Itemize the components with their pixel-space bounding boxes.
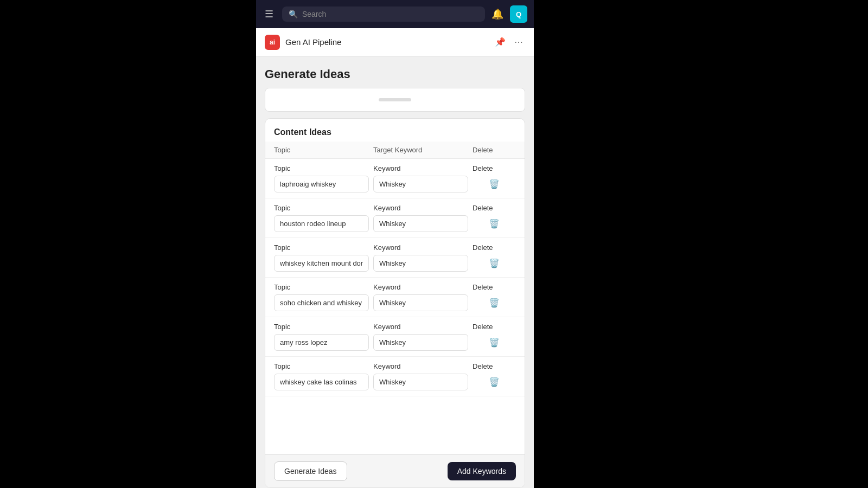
col-header-delete: Delete <box>473 146 516 154</box>
topic-input-4[interactable] <box>274 334 369 351</box>
table-body: Topic Keyword Delete 🗑️ Topic Keyword De… <box>265 159 525 454</box>
scroll-indicator <box>379 98 411 101</box>
pin-icon[interactable]: 📌 <box>493 35 508 49</box>
search-bar: 🔍 <box>282 7 485 22</box>
content-ideas-card: Content Ideas Topic Target Keyword Delet… <box>265 118 525 488</box>
table-row: Topic Keyword Delete 🗑️ <box>265 317 525 357</box>
keyword-input-5[interactable] <box>373 374 468 390</box>
search-icon: 🔍 <box>289 10 298 18</box>
delete-label-3: Delete <box>473 283 516 291</box>
generate-ideas-button[interactable]: Generate Ideas <box>274 461 347 481</box>
delete-label-0: Delete <box>473 164 516 172</box>
topic-input-1[interactable] <box>274 215 369 232</box>
table-row: Topic Keyword Delete 🗑️ <box>265 357 525 396</box>
table-header: Topic Target Keyword Delete <box>265 142 525 159</box>
search-input[interactable] <box>302 10 478 18</box>
app-title: Gen AI Pipeline <box>285 37 487 47</box>
keyword-input-0[interactable] <box>373 176 468 192</box>
topic-input-3[interactable] <box>274 294 369 311</box>
col-header-keyword: Target Keyword <box>373 146 473 154</box>
keyword-label-1: Keyword <box>373 204 473 212</box>
app-logo-icon: ai <box>265 35 280 50</box>
table-row: Topic Keyword Delete 🗑️ <box>265 159 525 198</box>
topic-label-0: Topic <box>274 164 373 172</box>
top-scroll-area <box>265 88 525 112</box>
topic-label-3: Topic <box>274 283 373 291</box>
keyword-label-0: Keyword <box>373 164 473 172</box>
page-title: Generate Ideas <box>265 67 525 81</box>
keyword-input-1[interactable] <box>373 215 468 232</box>
keyword-label-4: Keyword <box>373 323 473 331</box>
topic-label-4: Topic <box>274 323 373 331</box>
sub-header-icons: 📌 ⋯ <box>493 35 525 49</box>
add-keywords-button[interactable]: Add Keywords <box>448 462 516 480</box>
delete-button-2[interactable]: 🗑️ <box>487 256 502 271</box>
keyword-input-3[interactable] <box>373 294 468 311</box>
more-options-icon[interactable]: ⋯ <box>512 35 525 49</box>
keyword-label-2: Keyword <box>373 243 473 252</box>
card-title: Content Ideas <box>265 119 525 142</box>
table-row: Topic Keyword Delete 🗑️ <box>265 198 525 238</box>
topic-label-2: Topic <box>274 243 373 252</box>
topic-input-5[interactable] <box>274 374 369 390</box>
bottom-bar: Generate Ideas Add Keywords <box>265 454 525 487</box>
keyword-label-3: Keyword <box>373 283 473 291</box>
col-header-topic: Topic <box>274 146 373 154</box>
keyword-label-5: Keyword <box>373 362 473 370</box>
delete-button-5[interactable]: 🗑️ <box>487 375 502 389</box>
keyword-input-4[interactable] <box>373 334 468 351</box>
sub-header: ai Gen AI Pipeline 📌 ⋯ <box>256 28 534 56</box>
navbar: ☰ 🔍 🔔 Q <box>256 0 534 28</box>
delete-label-1: Delete <box>473 204 516 212</box>
topic-label-1: Topic <box>274 204 373 212</box>
keyword-input-2[interactable] <box>373 255 468 272</box>
delete-label-2: Delete <box>473 243 516 252</box>
hamburger-icon[interactable]: ☰ <box>263 6 276 22</box>
bell-icon[interactable]: 🔔 <box>492 8 503 20</box>
page-content: Generate Ideas Content Ideas Topic Targe… <box>256 56 534 488</box>
avatar: Q <box>510 5 527 23</box>
table-row: Topic Keyword Delete 🗑️ <box>265 238 525 278</box>
delete-button-3[interactable]: 🗑️ <box>487 296 502 310</box>
delete-label-5: Delete <box>473 362 516 370</box>
table-row: Topic Keyword Delete 🗑️ <box>265 278 525 317</box>
delete-label-4: Delete <box>473 323 516 331</box>
topic-label-5: Topic <box>274 362 373 370</box>
delete-button-0[interactable]: 🗑️ <box>487 177 502 191</box>
delete-button-1[interactable]: 🗑️ <box>487 216 502 231</box>
topic-input-0[interactable] <box>274 176 369 192</box>
topic-input-2[interactable] <box>274 255 369 272</box>
delete-button-4[interactable]: 🗑️ <box>487 335 502 350</box>
